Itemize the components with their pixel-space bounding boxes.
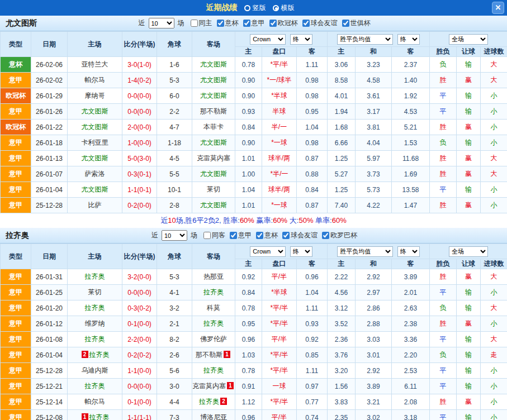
league-cell: 意甲	[1, 394, 31, 410]
handicap: *半球	[262, 88, 297, 104]
filter-checkbox[interactable]	[269, 20, 277, 27]
team-label: 拉齐奥	[85, 335, 105, 343]
match-count-select[interactable]: 10	[149, 18, 174, 28]
filter-同客[interactable]: 同客	[203, 231, 225, 240]
filter-意杯[interactable]: 意杯	[256, 231, 278, 240]
layout-radio-竖版[interactable]: 竖版	[244, 3, 266, 13]
corner-count: 5-6	[157, 363, 192, 379]
filter-checkbox[interactable]	[322, 232, 329, 239]
eu-draw-odds: 3.21	[356, 394, 392, 410]
filter-球会友谊[interactable]: 球会友谊	[282, 231, 318, 240]
match-row: 意甲26-01-13尤文图斯5-0(3-0)4-5克雷莫内塞1.01球半/两0.…	[1, 151, 507, 166]
score: 2-0(0-0)	[122, 120, 157, 135]
col-corner: 角球	[157, 244, 192, 269]
away-team: 佛罗伦萨	[192, 332, 235, 347]
europe-final-select[interactable]: 终	[397, 34, 420, 45]
filter-area: 近 10 场 同客意甲意杯球会友谊欧罗巴杯	[150, 230, 357, 241]
score: 0-0(0-0)	[122, 104, 157, 120]
asia-home-odds: 0.78	[235, 57, 262, 73]
asia-away-odds: 0.92	[297, 332, 328, 347]
match-count-select[interactable]: 10	[162, 230, 187, 241]
team-name: 拉齐奥	[6, 231, 29, 241]
score: 0-3(0-1)	[122, 166, 157, 182]
eu-home-odds: 6.66	[328, 135, 356, 151]
filter-checkbox[interactable]	[282, 232, 290, 239]
filter-checkbox[interactable]	[342, 20, 349, 27]
filter-意甲[interactable]: 意甲	[230, 231, 252, 240]
filter-checkbox[interactable]	[302, 20, 310, 27]
filter-欧罗巴杯[interactable]: 欧罗巴杯	[322, 231, 357, 240]
col-score: 比分(半场)	[122, 244, 157, 269]
filter-checkbox[interactable]	[217, 20, 224, 27]
corner-count: 2-6	[157, 347, 192, 363]
filter-checkbox[interactable]	[191, 20, 198, 27]
filter-checkbox[interactable]	[256, 232, 263, 239]
eu-draw-odds: 3.61	[356, 88, 392, 104]
asia-source-select[interactable]: Crown	[250, 34, 286, 45]
home-team: 莱切	[68, 285, 122, 300]
asia-away-odds: 1.11	[297, 300, 328, 316]
corner-count: 5-5	[157, 166, 192, 182]
corner-count: 1-18	[157, 135, 192, 151]
filter-球会友谊[interactable]: 球会友谊	[302, 18, 338, 28]
team-label: 博洛尼亚	[200, 413, 227, 420]
scope-select[interactable]: 全场	[449, 246, 488, 257]
filter-意杯[interactable]: 意杯	[217, 18, 239, 28]
result-goals: 大	[481, 332, 507, 347]
filter-世俱杯[interactable]: 世俱杯	[342, 18, 371, 28]
team-label: 尤文图斯	[82, 185, 108, 193]
close-button[interactable]: ✕	[492, 2, 504, 14]
record-summary: 近10场,胜6平2负2, 胜率:60% 赢率:60% 大:50% 单率:60%	[0, 213, 507, 228]
games-label: 场	[178, 18, 184, 28]
radio-icon[interactable]	[244, 5, 250, 11]
team-label: 尤文图斯	[82, 123, 108, 131]
eu-draw-odds: 3.81	[356, 120, 392, 135]
radio-icon[interactable]	[273, 5, 279, 11]
league-cell: 意杯	[1, 57, 31, 73]
eu-home-odds: 8.58	[328, 73, 356, 88]
summary-segment: 60%	[240, 216, 254, 225]
scope-select[interactable]: 全场	[449, 34, 488, 45]
topbar: 近期战绩 竖版横版 ✕	[0, 0, 507, 16]
score: 1-4(0-2)	[122, 73, 157, 88]
asia-final-select[interactable]: 终	[290, 34, 312, 45]
filter-checkbox[interactable]	[243, 20, 250, 27]
match-row: 欧冠杯26-01-22尤文图斯2-0(0-0)4-7本菲卡0.84半/一1.04…	[1, 120, 507, 135]
home-team: 亚特兰大	[68, 57, 122, 73]
filter-欧冠杯[interactable]: 欧冠杯	[269, 18, 298, 28]
asia-final-select[interactable]: 终	[290, 246, 312, 257]
away-team: 那不勒斯	[192, 104, 235, 120]
layout-radio-group: 竖版横版	[244, 3, 301, 13]
asia-source-select[interactable]: Crown	[250, 246, 286, 257]
eu-away-odds: 1.53	[392, 135, 430, 151]
team-label: 萨索洛	[85, 170, 105, 178]
result-handicap: 输	[457, 88, 481, 104]
summary-segment: 大:	[287, 216, 298, 225]
team-label: 那不勒斯	[200, 107, 227, 115]
asia-away-odds: 0.95	[297, 104, 328, 120]
result-wdl: 负	[430, 347, 457, 363]
sub-col-asia-handicap: 盘口	[262, 47, 297, 57]
europe-source-select[interactable]: 胜平负均值	[337, 34, 393, 45]
asia-away-odds: 0.74	[297, 410, 328, 420]
filter-意甲[interactable]: 意甲	[243, 18, 265, 28]
result-goals: 小	[481, 135, 507, 151]
eu-draw-odds: 4.58	[356, 73, 392, 88]
filter-checkbox[interactable]	[230, 232, 237, 239]
corner-count: 4-5	[157, 151, 192, 166]
filter-同主[interactable]: 同主	[191, 18, 212, 28]
corner-count: 5-3	[157, 269, 192, 285]
match-date: 25-12-28	[31, 363, 68, 379]
sub-col-asia-home: 主	[235, 259, 262, 269]
eu-draw-odds: 3.73	[356, 166, 392, 182]
away-team: 尤文图斯	[192, 57, 235, 73]
team-label: 克雷莫内塞	[192, 382, 226, 390]
away-team: 热那亚	[192, 269, 235, 285]
europe-final-select[interactable]: 终	[397, 246, 420, 257]
europe-source-select[interactable]: 胜平负均值	[337, 246, 393, 257]
filter-area: 近 10 场 同主意杯意甲欧冠杯球会友谊世俱杯	[137, 18, 371, 28]
handicap: *半/一	[262, 166, 297, 182]
layout-radio-横版[interactable]: 横版	[273, 3, 295, 13]
filter-checkbox[interactable]	[203, 232, 211, 239]
asia-away-odds: 1.04	[297, 120, 328, 135]
